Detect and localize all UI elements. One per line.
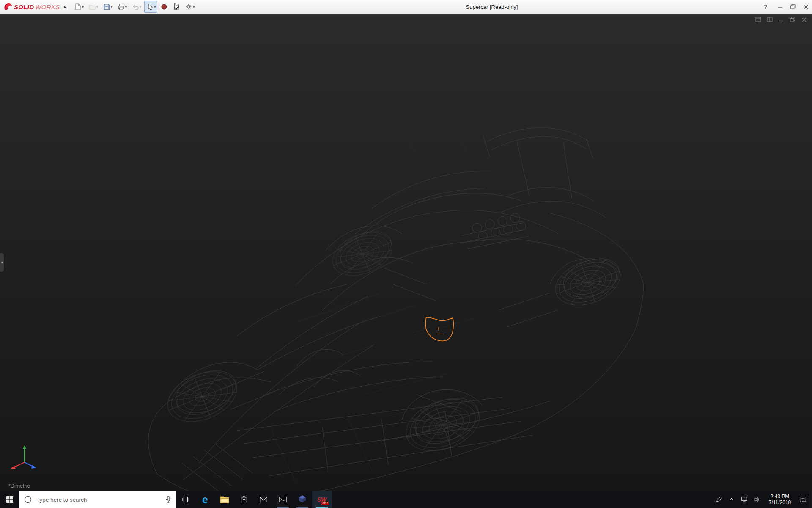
help-button[interactable]: ? [757,3,774,10]
chevron-up-icon [729,497,735,502]
save-button[interactable]: ▾ [101,1,114,13]
select-cursor-icon [146,3,154,11]
file-properties-icon [173,3,180,11]
options-dropdown[interactable]: ▾ [193,5,195,9]
speaker-icon [753,496,761,503]
sw-year-badge: 2017 [321,502,329,505]
undo-button[interactable]: ▾ [130,1,143,13]
brand-works: WORKS [35,3,60,11]
car-wireframe [0,14,812,491]
rebuild-button[interactable] [159,1,170,13]
doc-restore-icon[interactable] [789,16,796,23]
notification-bubble-icon [799,496,807,504]
mail-icon [259,495,268,504]
view-orientation-label: *Dimetric [8,483,30,489]
handle-dot-icon [1,262,3,263]
print-button[interactable]: ▾ [115,1,129,13]
edge-button[interactable]: e [195,491,215,508]
start-button[interactable] [0,491,19,508]
task-view-button[interactable] [176,491,195,508]
save-dropdown[interactable]: ▾ [111,5,112,9]
windows-logo-icon [6,496,14,503]
volume-button[interactable] [751,491,763,508]
new-document-button[interactable]: ▾ [72,1,85,13]
clock-date: 7/11/2018 [763,500,796,505]
undo-dropdown[interactable]: ▾ [140,5,141,9]
reference-triad-icon [7,440,42,473]
document-title: Supercar [Read-only] [466,4,518,10]
desktop: SOLIDWORKS ▸ ▾ ▾ [0,0,812,508]
edge-icon: e [202,494,208,505]
network-button[interactable] [738,491,751,508]
doc-minimize-icon[interactable] [777,16,785,23]
cad-cube-button[interactable] [293,491,312,508]
store-button[interactable] [234,491,254,508]
close-button[interactable] [799,0,812,14]
rebuild-icon [160,3,168,11]
windows-ink-button[interactable] [713,491,725,508]
taskbar-search[interactable] [19,491,176,508]
system-tray: 2:43 PM 7/11/2018 [713,491,812,508]
save-icon [103,3,110,11]
cortana-icon [24,495,32,504]
window-controls: ? [757,0,812,14]
doc-split-icon[interactable] [766,16,774,23]
file-explorer-icon [219,495,230,504]
file-explorer-button[interactable] [215,491,234,508]
store-icon [239,495,249,504]
ethernet-icon [741,496,748,503]
quick-access-toolbar: ▾ ▾ ▾ [72,1,196,13]
new-document-icon [74,3,82,11]
windows-taskbar: e [0,491,812,508]
select-button[interactable]: ▾ [144,1,157,13]
show-desktop-button[interactable] [809,491,812,508]
options-gear-icon [185,3,192,11]
taskbar-clock[interactable]: 2:43 PM 7/11/2018 [763,494,796,505]
feature-panel-handle[interactable] [0,253,4,272]
document-window-controls [754,16,808,23]
graphics-area[interactable]: *Dimetric [0,14,812,491]
solidworks-2017-icon: SW 2017 [315,493,329,506]
print-dropdown[interactable]: ▾ [125,5,127,9]
clock-time: 2:43 PM [763,494,796,500]
solidworks-logo[interactable]: SOLIDWORKS [0,3,62,11]
menu-flyout-arrow[interactable]: ▸ [62,4,71,10]
restore-button[interactable] [787,0,799,14]
open-document-icon [88,3,96,11]
mail-button[interactable] [254,491,273,508]
select-dropdown[interactable]: ▾ [154,5,156,9]
microphone-icon[interactable] [165,495,172,504]
file-properties-button[interactable] [171,1,182,13]
solidworks-logo-icon [3,3,13,11]
search-input[interactable] [36,496,162,503]
doc-pane-icon[interactable] [754,16,762,23]
minimize-button[interactable] [774,0,787,14]
doc-close-icon[interactable] [800,16,808,23]
selected-sketch-highlight[interactable] [425,318,453,341]
options-button[interactable]: ▾ [183,1,196,13]
solidworks-2017-button[interactable]: SW 2017 [312,491,332,508]
solidworks-menubar: SOLIDWORKS ▸ ▾ ▾ [0,0,812,14]
console-button[interactable] [273,491,293,508]
open-document-dropdown[interactable]: ▾ [96,5,98,9]
open-document-button[interactable]: ▾ [87,1,100,13]
cad-cube-icon [298,494,307,505]
task-view-icon [181,495,190,504]
action-center-button[interactable] [796,491,809,508]
hidden-icons-button[interactable] [725,491,738,508]
pen-icon [715,496,723,503]
undo-icon [132,3,139,11]
new-document-dropdown[interactable]: ▾ [82,5,84,9]
brand-solid: SOLID [14,3,34,11]
console-icon [278,495,288,504]
print-icon [117,3,125,11]
